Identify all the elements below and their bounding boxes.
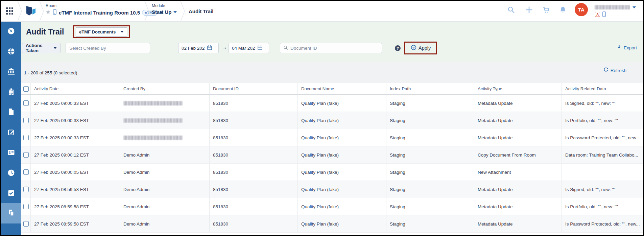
- page-header-band: Audit Trail eTMF Documents Actions Taken…: [21, 22, 643, 62]
- sidebar-item-documents-file[interactable]: [1, 102, 21, 123]
- column-header-activity-related-data[interactable]: Activity Related Data: [562, 83, 643, 94]
- sidebar-item-audit-documents[interactable]: [1, 203, 21, 223]
- refresh-label: Refresh: [611, 68, 626, 73]
- cell-activity-type: Metadata Update: [474, 215, 562, 232]
- cell-created-by: Demo Admin: [120, 181, 209, 198]
- breadcrumb-divider: [180, 1, 185, 21]
- document-id-field-wrap: [280, 43, 382, 53]
- breadcrumb-divider: [144, 1, 149, 21]
- checkbox-cell: [21, 146, 30, 163]
- cell-created-by: Demo Admin: [120, 146, 209, 163]
- column-header-created-by[interactable]: Created By: [120, 83, 209, 94]
- sidebar-item-history[interactable]: [1, 163, 21, 184]
- app-grid-menu-icon[interactable]: [6, 7, 14, 15]
- filter-toolbar: Actions Taken 02 Feb 2025 → 04 Mar 2025: [21, 43, 643, 53]
- user-avatar[interactable]: TA: [575, 3, 588, 16]
- cell-activity-related-data: Is Signed, old: "", new: "": [562, 181, 643, 198]
- select-all-checkbox[interactable]: [23, 86, 29, 92]
- table-row: 27 Feb 2025 08:59:58 ESTDemo Admin851830…: [21, 215, 643, 233]
- sidebar-item-contacts[interactable]: [1, 143, 21, 163]
- row-checkbox[interactable]: [23, 152, 29, 158]
- scope-dropdown[interactable]: eTMF Documents: [76, 27, 127, 37]
- redacted-text: [123, 136, 183, 140]
- apply-label: Apply: [419, 45, 431, 51]
- app-logo[interactable]: [24, 4, 37, 18]
- notifications-icon[interactable]: [559, 6, 567, 14]
- document-icon: [7, 108, 15, 117]
- room-name[interactable]: eTMF Internal Training Room 10.5: [59, 10, 140, 16]
- cell-activity-date: 27 Feb 2025 08:59:58 EST: [30, 198, 120, 215]
- column-header-activity-type[interactable]: Activity Type: [474, 83, 562, 94]
- search-icon[interactable]: [507, 6, 515, 14]
- check-square-icon: [7, 189, 15, 198]
- module-switch-caret-icon[interactable]: [173, 11, 177, 13]
- row-checkbox[interactable]: [23, 100, 29, 106]
- actions-taken-dropdown[interactable]: Actions Taken: [22, 43, 61, 53]
- sidebar-item-tasks[interactable]: [1, 183, 21, 204]
- checkbox-cell: [21, 83, 30, 94]
- cell-activity-related-data: Is Portfolio, old: "", new: "": [562, 198, 643, 215]
- sidebar-item-facility[interactable]: [1, 82, 21, 102]
- apply-button[interactable]: Apply: [409, 44, 433, 52]
- cell-document-id: 851830: [209, 95, 297, 112]
- cell-created-by: Demo Admin: [120, 198, 209, 215]
- sidebar-item-global-activity[interactable]: [1, 42, 21, 62]
- column-header-document-name[interactable]: Document Name: [297, 83, 386, 94]
- checkbox-cell: [21, 112, 30, 129]
- checkbox-cell: [21, 164, 30, 181]
- cart-icon[interactable]: [542, 6, 550, 14]
- checkbox-cell: [21, 95, 30, 112]
- checkbox-cell: [21, 181, 30, 198]
- refresh-button[interactable]: Refresh: [603, 67, 626, 73]
- sidebar-item-edit-forms[interactable]: [1, 122, 21, 143]
- row-checkbox[interactable]: [23, 204, 29, 209]
- created-by-input[interactable]: [66, 43, 150, 53]
- user-menu-caret-icon[interactable]: [633, 6, 636, 8]
- top-navigation-bar: Room eTMF Internal Training Room 10.5 eT…: [1, 1, 643, 22]
- cell-activity-date: 27 Feb 2025 09:00:33 EST: [30, 95, 120, 112]
- add-icon[interactable]: [525, 6, 533, 14]
- user-mobile-icon: [602, 11, 606, 17]
- export-label: Export: [624, 45, 637, 50]
- row-checkbox[interactable]: [23, 135, 29, 140]
- export-button[interactable]: Export: [617, 45, 637, 51]
- cell-activity-date: 27 Feb 2025 08:59:58 EST: [30, 215, 120, 232]
- calendar-icon[interactable]: [257, 45, 263, 51]
- cell-document-id: 851830: [209, 146, 297, 163]
- apply-button-annotation-box: Apply: [404, 42, 437, 54]
- user-name-redacted[interactable]: [595, 5, 630, 9]
- row-checkbox[interactable]: [23, 221, 29, 227]
- table-row: 27 Feb 2025 09:00:33 EST851830Quality Pl…: [21, 112, 643, 129]
- cell-index-path: Staging: [386, 146, 474, 163]
- cell-document-id: 851830: [209, 181, 297, 198]
- favorite-star-icon[interactable]: [46, 9, 51, 16]
- cell-index-path: Staging: [386, 215, 474, 232]
- id-card-icon: [7, 148, 15, 158]
- app-window: Room eTMF Internal Training Room 10.5 eT…: [0, 0, 644, 236]
- calendar-icon[interactable]: [207, 45, 212, 51]
- sidebar-item-institution[interactable]: [1, 62, 21, 82]
- help-icon[interactable]: ?: [395, 45, 401, 51]
- scope-dropdown-annotation-box: eTMF Documents: [73, 25, 130, 38]
- actions-taken-value: Actions Taken: [26, 43, 53, 53]
- cell-index-path: Staging: [386, 181, 474, 198]
- column-header-document-id[interactable]: Document ID: [209, 83, 297, 94]
- date-to-value: 04 Mar 2025: [232, 46, 255, 51]
- module-name[interactable]: Start Up: [152, 9, 171, 15]
- row-checkbox[interactable]: [23, 187, 29, 192]
- cell-created-by: [120, 95, 209, 112]
- cell-activity-related-data: [562, 164, 643, 181]
- document-id-input[interactable]: [290, 43, 379, 53]
- sidebar-item-dashboard[interactable]: [1, 21, 21, 42]
- refresh-icon: [603, 67, 609, 73]
- cell-activity-type: Metadata Update: [474, 129, 562, 146]
- date-to-field[interactable]: 04 Mar 2025: [229, 43, 269, 53]
- cell-activity-type: Metadata Update: [474, 181, 562, 198]
- column-header-index-path[interactable]: Index Path: [386, 83, 474, 94]
- results-count: 1 - 200 of 255 (0 selected): [24, 70, 77, 75]
- row-checkbox[interactable]: [23, 118, 29, 123]
- row-checkbox[interactable]: [23, 169, 29, 175]
- column-header-activity-date[interactable]: Activity Date: [30, 83, 120, 94]
- date-from-field[interactable]: 02 Feb 2025: [178, 43, 219, 53]
- accessibility-badge: A: [595, 12, 600, 17]
